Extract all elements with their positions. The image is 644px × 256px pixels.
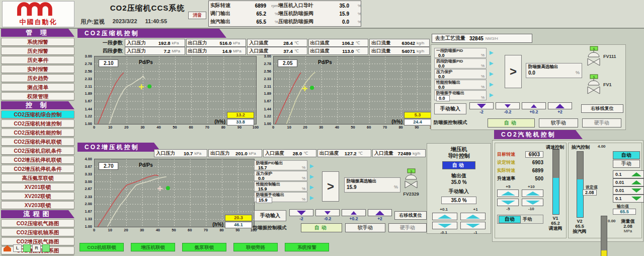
sidebar-item[interactable]: 历史报警 <box>1 47 74 55</box>
igv-up-big-button[interactable] <box>460 213 486 220</box>
mode-hard-manual-button[interactable]: 硬手动 <box>582 118 621 127</box>
sidebar-item[interactable]: 历史趋势 <box>1 74 74 82</box>
speed-auto-button[interactable]: 自动 <box>499 216 521 223</box>
status-item: 实际转速6899rpm <box>210 2 278 10</box>
speed-down-small-button[interactable] <box>497 199 519 206</box>
pressure-step-down-big-button[interactable]: 0.1 <box>613 195 644 203</box>
param-field: 出口温度106.2℃ <box>308 39 369 47</box>
interlock-button[interactable]: 增压机联锁 <box>131 243 175 251</box>
status-item: 抽汽输出65.5% <box>210 18 278 26</box>
home-icon[interactable] <box>3 244 12 252</box>
mode-soft-manual-button[interactable]: 软手动 <box>345 223 385 232</box>
speed-down-big-button[interactable] <box>522 199 543 206</box>
sidebar-item[interactable]: XV202联锁 <box>1 192 74 200</box>
valve-fv1[interactable]: S FV1 <box>585 74 612 95</box>
sidebar-item[interactable]: CO2压缩机性能控制 <box>1 129 74 137</box>
flow-arrow-icon <box>310 164 314 168</box>
manual-input-label: 手动输入 <box>254 210 286 221</box>
speed-step-label: -5 <box>506 207 510 211</box>
sidebar-item[interactable]: 高压氨泵联锁 <box>1 174 74 182</box>
step-up-small-button[interactable] <box>522 102 546 109</box>
setpoint-value[interactable]: 2.08 <box>583 189 597 196</box>
interlock-button[interactable]: CO2机组联锁 <box>79 243 124 251</box>
mode-hard-manual-button[interactable]: 硬手动 <box>388 223 427 232</box>
igv-auto-button[interactable]: 自动 <box>442 161 475 169</box>
pressure-step-down-small-button[interactable]: 0.01 <box>613 186 644 195</box>
sidebar-item[interactable]: CO2压缩机综合控制 <box>1 110 74 118</box>
interlock-button[interactable]: 系统报警 <box>285 243 329 251</box>
sidebar-item[interactable]: 测点清单 <box>1 83 74 91</box>
igv-down-big-button[interactable] <box>460 222 486 229</box>
step-up-big-button[interactable] <box>548 102 572 109</box>
extraction-manual-button[interactable]: 手动 <box>613 160 640 168</box>
step-down-big-button[interactable] <box>289 209 313 216</box>
step-down-small-button[interactable] <box>315 209 340 216</box>
step-up-big-button[interactable] <box>368 209 392 216</box>
sidebar-item[interactable]: CO2压缩机转速控制 <box>1 119 74 127</box>
mode-auto-button[interactable]: 自动 <box>488 118 535 127</box>
step-up-small-button[interactable] <box>342 209 366 216</box>
sidebar-item[interactable]: CO2压缩机气路图 <box>1 219 74 227</box>
stage4-surge-chart: 3.002.782.562.332.111.891.671.441.221.00… <box>259 55 434 134</box>
speed-up-small-button[interactable] <box>497 189 519 197</box>
nav-right-button[interactable]: R <box>32 244 41 252</box>
igv-up-small-button[interactable] <box>432 213 457 220</box>
sidebar-item[interactable]: 权限管理 <box>1 92 74 100</box>
turbine-section-title: CO2汽轮机控制 <box>494 130 583 139</box>
sidebar-item[interactable]: XV203联锁 <box>1 201 74 209</box>
sidebar-item[interactable]: CO2增压机停机联锁 <box>1 156 74 164</box>
mute-button[interactable]: 消音 <box>188 12 206 19</box>
sidebar-item[interactable]: XV201联锁 <box>1 183 74 191</box>
ratio-label: Pd/Ps <box>139 162 153 168</box>
sidebar-item[interactable]: 实时报警 <box>1 65 74 73</box>
sidebar-item[interactable]: CO2压缩机轴系图 <box>1 228 74 236</box>
pid-input: 防喘振PID输出 15.7% <box>254 160 307 170</box>
interlock-button[interactable]: 联锁旁路 <box>233 243 278 251</box>
turbine-speed-panel: 调速控制 目标转速6903 设定转速6903 实际转速6899 升速速率500 … <box>495 143 567 238</box>
nav-left-button[interactable]: L <box>13 244 22 252</box>
valve-fv111[interactable]: S FV111 <box>585 46 616 67</box>
reset-line-button[interactable]: 右移线复位 <box>581 104 623 113</box>
flow-position-value: 24.4 <box>404 119 431 125</box>
igv-manual-value[interactable]: 35.0 % <box>441 197 476 204</box>
chart-readouts: 20.3 46.1 <box>225 215 252 228</box>
sidebar-item[interactable]: CO2压缩机启机条件 <box>1 147 74 155</box>
sidebar-item[interactable]: 系统报警 <box>1 38 74 46</box>
top-bar: 中國自動化 CO2压缩机CCS系统 用户:监视 2023/3/22 11:40:… <box>0 0 644 29</box>
extraction-auto-button[interactable]: 自动 <box>613 151 640 159</box>
compressor-section-title: CO2压缩机控制 <box>77 29 226 38</box>
sidebar-item[interactable]: CO2增压机停机条件 <box>1 165 74 173</box>
sidebar-list-manage: 系统报警历史报警历史事件实时报警历史趋势测点清单权限管理 <box>1 38 74 100</box>
pressure-step-up-small-button[interactable]: 0.01 <box>613 178 644 186</box>
row-label: 一段参数 <box>96 39 123 46</box>
speed-step-label: -10 <box>528 207 534 211</box>
flow-arrow-icon <box>490 83 494 87</box>
v2-valve-bar <box>577 151 584 218</box>
x-axis: 0102030405060708090100 <box>94 228 254 233</box>
mode-soft-manual-button[interactable]: 软手动 <box>539 118 578 127</box>
speed-manual-button[interactable]: 手动 <box>523 216 532 223</box>
pressure-step-up-big-button[interactable]: 0.1 <box>613 170 644 178</box>
valve-fv2329[interactable]: S FV2329 <box>403 168 420 197</box>
x-axis: 0102030405060708090100 <box>94 125 256 130</box>
igv-step-label: -0.1 <box>440 230 447 235</box>
mode-auto-button[interactable]: 自动 <box>301 223 342 232</box>
igv-down-small-button[interactable] <box>432 222 457 229</box>
step-down-small-button[interactable] <box>496 102 520 109</box>
igv-step-label: +0.1 <box>440 207 448 212</box>
turbine-panel: 调速控制 目标转速6903 设定转速6903 实际转速6899 升速速率500 … <box>492 140 643 242</box>
speed-up-big-button[interactable] <box>522 189 543 197</box>
interlock-button[interactable]: 氨泵联锁 <box>182 243 226 251</box>
reset-line-button[interactable]: 右移线复位 <box>394 211 427 220</box>
param-field: 入口温度28.4℃ <box>247 39 307 47</box>
sidebar-item[interactable]: 历史事件 <box>1 56 74 64</box>
y-axis: 3.002.782.562.332.111.891.671.441.221.00 <box>259 55 272 125</box>
sidebar: 管 理 系统报警历史报警历史事件实时报警历史趋势测点清单权限管理 控 制 CO2… <box>1 29 74 256</box>
param-field: 入口压力7.2MPa <box>125 47 185 55</box>
valve-icon: S <box>585 46 602 67</box>
pid-input: 防喘振手动输出 0.0% <box>434 90 487 100</box>
sidebar-item[interactable]: CO2压缩机停机联锁 <box>1 138 74 146</box>
step-down-big-button[interactable] <box>469 102 494 109</box>
high-select-output: 防喘振高选输出 0.0% <box>526 63 582 78</box>
h-percent-label: (h%) <box>391 119 403 124</box>
